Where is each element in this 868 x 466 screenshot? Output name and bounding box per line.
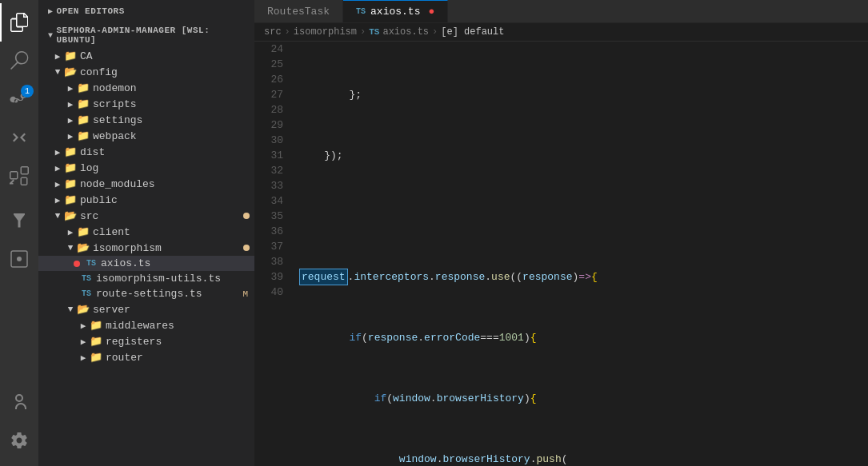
breadcrumb: src › isomorphism › TS axios.ts › [e] de… (254, 23, 868, 42)
editor-area: RoutesTask TS axios.ts ● src › isomorphi… (254, 0, 868, 466)
extensions-icon[interactable] (0, 157, 38, 195)
folder-dist[interactable]: ▶ 📁 dist (38, 144, 254, 160)
public-chevron: ▶ (51, 195, 64, 205)
folder-config[interactable]: ▼ 📂 config (38, 64, 254, 80)
project-header[interactable]: ▼ SEPHORA-ADMIN-MANAGER [WSL: UBUNTU] (38, 19, 254, 48)
svg-point-1 (17, 257, 22, 261)
folder-log[interactable]: ▶ 📁 log (38, 160, 254, 176)
file-axios-ts[interactable]: TS axios.ts (38, 256, 254, 271)
file-isomorphism-utils-label: isomorphism-utils.ts (96, 273, 254, 285)
folder-isomorphism[interactable]: ▼ 📂 isomorphism (38, 240, 254, 256)
folder-ca-icon: 📁 (64, 50, 77, 62)
tab-axios-ts-dot: ● (428, 6, 434, 18)
tab-routestask[interactable]: RoutesTask (254, 0, 343, 22)
file-route-settings-label: route-settings.ts (96, 288, 242, 300)
breadcrumb-sep3: › (432, 26, 438, 38)
folder-settings[interactable]: ▶ 📁 settings (38, 112, 254, 128)
folder-src[interactable]: ▼ 📂 src (38, 208, 254, 224)
code-container[interactable]: 24 25 26 27 28 29 30 31 32 33 34 35 36 3… (254, 42, 868, 466)
open-editors-label: OPEN EDITORS (57, 6, 125, 16)
folder-config-icon: 📂 (64, 66, 77, 78)
tab-routestask-label: RoutesTask (267, 6, 330, 18)
folder-dist-icon: 📁 (64, 145, 77, 158)
router-chevron: ▶ (77, 352, 90, 363)
folder-middlewares[interactable]: ▶ 📁 middlewares (38, 317, 254, 333)
tab-axios-ts[interactable]: TS axios.ts ● (343, 0, 448, 22)
code-line-24: }; (299, 87, 868, 102)
folder-scripts[interactable]: ▶ 📁 scripts (38, 96, 254, 112)
folder-server-icon: 📂 (77, 303, 90, 316)
scripts-chevron: ▶ (64, 99, 77, 110)
file-route-settings-icon: TS (80, 289, 93, 298)
folder-settings-icon: 📁 (77, 114, 90, 126)
sidebar: ▶ OPEN EDITORS ▼ SEPHORA-ADMIN-MANAGER [… (38, 0, 254, 466)
source-control-icon[interactable]: 1 (0, 80, 38, 118)
folder-webpack[interactable]: ▶ 📁 webpack (38, 128, 254, 144)
breadcrumb-symbol: [e] default (441, 26, 504, 38)
folder-isomorphism-icon: 📂 (77, 241, 90, 254)
folder-nodemon-icon: 📁 (77, 82, 90, 94)
folder-src-icon: 📂 (64, 209, 77, 222)
folder-webpack-label: webpack (93, 130, 254, 142)
file-axios-ts-label: axios.ts (101, 257, 254, 269)
folder-registers-icon: 📁 (90, 335, 102, 348)
folder-nodemon[interactable]: ▶ 📁 nodemon (38, 80, 254, 96)
file-isomorphism-utils-icon: TS (80, 274, 93, 283)
folder-server-label: server (93, 304, 254, 316)
settings-icon[interactable] (0, 421, 38, 460)
activity-bar: 1 (0, 0, 38, 466)
code-line-30: window.browserHistory.push( (299, 452, 868, 466)
folder-nodemon-label: nodemon (93, 82, 254, 94)
folder-public[interactable]: ▶ 📁 public (38, 192, 254, 208)
folder-router[interactable]: ▶ 📁 router (38, 349, 254, 365)
folder-public-icon: 📁 (64, 193, 77, 206)
tab-axios-ts-label: axios.ts (370, 6, 420, 18)
remote-icon[interactable] (0, 240, 38, 278)
folder-src-label: src (80, 210, 243, 222)
test-icon[interactable] (0, 201, 38, 240)
folder-ca[interactable]: ▶ 📁 CA (38, 48, 254, 64)
code-line-29: if (window.browserHistory) { (299, 391, 868, 406)
config-chevron: ▼ (51, 67, 64, 77)
folder-client-label: client (93, 226, 254, 238)
run-debug-icon[interactable] (0, 118, 38, 157)
folder-registers-label: registers (106, 336, 254, 348)
log-chevron: ▶ (51, 163, 64, 173)
breadcrumb-sep2: › (360, 26, 366, 38)
folder-scripts-label: scripts (93, 98, 254, 110)
code-content[interactable]: }; }); request.interceptors.response.use… (293, 42, 868, 466)
account-icon[interactable] (0, 383, 38, 421)
folder-router-label: router (106, 352, 254, 364)
folder-isomorphism-label: isomorphism (93, 242, 243, 254)
registers-chevron: ▶ (77, 337, 90, 347)
breadcrumb-src: src (264, 26, 282, 38)
ca-chevron: ▶ (51, 51, 64, 62)
project-name: SEPHORA-ADMIN-MANAGER [WSL: UBUNTU] (57, 26, 245, 45)
activity-bar-bottom (0, 383, 38, 466)
isomorphism-modified-dot (243, 245, 250, 251)
isomorphism-chevron: ▼ (64, 243, 77, 253)
folder-public-label: public (80, 194, 254, 206)
folder-server[interactable]: ▼ 📂 server (38, 301, 254, 317)
middlewares-chevron: ▶ (77, 321, 90, 331)
code-line-25: }); (299, 148, 868, 163)
folder-registers[interactable]: ▶ 📁 registers (38, 333, 254, 349)
folder-client[interactable]: ▶ 📁 client (38, 224, 254, 240)
open-editors-header[interactable]: ▶ OPEN EDITORS (38, 0, 254, 19)
code-line-27: request.interceptors.response.use((respo… (299, 269, 868, 285)
folder-node-modules[interactable]: ▶ 📁 node_modules (38, 176, 254, 192)
folder-scripts-icon: 📁 (77, 98, 90, 110)
search-icon[interactable] (0, 42, 38, 80)
folder-config-label: config (80, 66, 254, 78)
src-chevron: ▼ (51, 211, 64, 221)
breadcrumb-filename: axios.ts (382, 26, 429, 38)
folder-dist-label: dist (80, 146, 254, 158)
file-isomorphism-utils-ts[interactable]: TS isomorphism-utils.ts (38, 271, 254, 286)
open-editors-chevron: ▶ (48, 6, 54, 16)
folder-middlewares-label: middlewares (106, 320, 254, 332)
folder-ca-label: CA (80, 50, 254, 62)
breadcrumb-ts-icon: TS (369, 27, 379, 37)
folder-node-modules-label: node_modules (80, 178, 254, 190)
explorer-icon[interactable] (0, 3, 38, 42)
file-route-settings-ts[interactable]: TS route-settings.ts M (38, 286, 254, 301)
